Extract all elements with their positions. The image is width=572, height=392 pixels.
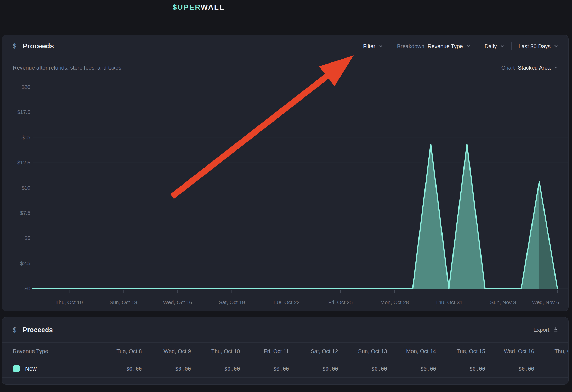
value-cell: $0.00 [443,360,492,377]
value-cell: $0.00 [149,360,198,377]
y-axis-tick-label: $10 [2,185,30,191]
download-icon [553,327,558,333]
y-axis-tick-label: $5 [2,235,30,241]
table-card-title: Proceeds [23,326,53,334]
column-header-date: Sat, Oct 12 [296,343,345,360]
y-axis-tick-label: $20 [2,84,30,90]
column-header-date: Thu, Oct 17 [541,343,569,360]
series-color-swatch [13,365,20,372]
column-header-date: Wed, Oct 16 [492,343,541,360]
column-header-date: Tue, Oct 15 [443,343,492,360]
value-cell: $0.00 [198,360,247,377]
superwall-logo: $UPERWALL [173,3,225,11]
value-cell: $0.00 [247,360,296,377]
series-name-label: New [25,365,37,372]
value-cell: $0.00 [394,360,443,377]
row-label-cell: New [2,360,100,377]
proceeds-table-card: $ Proceeds Export Revenue TypeTue, Oct 8… [2,317,569,385]
x-axis-tick-label: Thu, Oct 31 [435,299,463,305]
x-axis-tick-label: Tue, Oct 22 [273,299,300,305]
top-navigation-bar: $UPERWALL [0,0,572,25]
table-row[interactable]: New$0.00$0.00$0.00$0.00$0.00$0.00$0.00$0… [2,360,569,377]
column-header-date: Fri, Oct 11 [247,343,296,360]
value-cell: $0.00 [345,360,394,377]
column-header-date: Wed, Oct 9 [149,343,198,360]
x-axis-tick-label: Wed, Oct 16 [163,299,192,305]
column-header-date: Tue, Oct 8 [100,343,149,360]
table-header-row: Revenue TypeTue, Oct 8Wed, Oct 9Thu, Oct… [2,343,569,360]
column-header-date: Thu, Oct 10 [198,343,247,360]
value-cell: $0.00 [100,360,149,377]
x-axis-tick-label: Sun, Nov 3 [490,299,516,305]
value-cell: $0.00 [492,360,541,377]
y-axis-tick-label: $0 [2,285,30,292]
proceeds-table: Revenue TypeTue, Oct 8Wed, Oct 9Thu, Oct… [2,343,569,385]
logo-rest-text: WALL [201,3,225,11]
export-button[interactable]: Export [533,327,558,333]
value-cell: $0.00 [541,360,569,377]
x-axis-tick-label: Fri, Oct 25 [328,299,353,305]
stacked-area-chart[interactable] [2,35,569,312]
column-header-date: Mon, Oct 14 [394,343,443,360]
x-axis-tick-label: Sun, Oct 13 [110,299,137,305]
y-axis-tick-label: $2.5 [2,260,30,267]
y-axis-tick-label: $15 [2,134,30,141]
x-axis-tick-label: Sat, Oct 19 [219,299,245,305]
logo-accent-text: $UPER [173,3,201,11]
x-axis-tick-label: Thu, Oct 10 [55,299,83,305]
column-header-date: Sun, Oct 13 [345,343,394,360]
x-axis-tick-label: Wed, Nov 6 [532,299,559,305]
x-axis-tick-label: Mon, Oct 28 [380,299,409,305]
value-cell: $0.00 [296,360,345,377]
column-header-revenue-type: Revenue Type [2,343,100,360]
proceeds-chart-card: $ Proceeds Filter Breakdown Revenue Type… [2,35,569,311]
table-card-header: $ Proceeds Export [2,317,568,343]
y-axis-tick-label: $17.5 [2,109,30,116]
table-footer-spacer [2,377,569,385]
export-button-label: Export [533,327,549,333]
y-axis-tick-label: $7.5 [2,210,30,216]
y-axis-tick-label: $12.5 [2,159,30,166]
dollar-icon: $ [13,326,16,334]
